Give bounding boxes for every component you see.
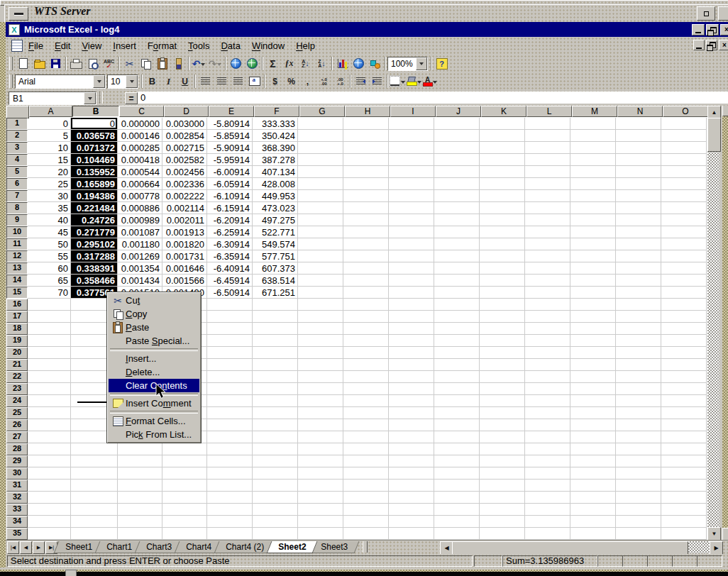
font-name-combo-dropdown-button[interactable] [93,75,105,88]
row-header-24[interactable]: 24 [6,395,28,407]
minimize-button[interactable] [692,24,705,35]
cell-N20[interactable] [616,347,661,359]
cell-E33[interactable] [207,504,253,516]
cell-E24[interactable] [207,395,253,407]
cell-G32[interactable] [298,492,343,504]
cell-C29[interactable] [118,455,162,467]
cell-D32[interactable] [162,492,207,504]
align-center-button[interactable] [214,74,230,89]
cell-M32[interactable] [570,492,616,504]
cell-L2[interactable] [525,130,570,142]
cell-G25[interactable] [298,407,343,419]
column-header-A[interactable]: A [29,106,72,117]
cell-D28[interactable] [162,443,207,455]
cell-E25[interactable] [207,407,253,419]
cell-G9[interactable] [298,214,343,226]
cell-F14[interactable]: 638.514 [253,275,298,287]
align-left-button[interactable] [197,74,214,89]
cell-K11[interactable] [480,238,525,250]
cell-J4[interactable] [434,154,480,166]
wts-restore-button[interactable] [697,6,715,21]
cell-M23[interactable] [570,383,616,395]
cell-N34[interactable] [616,516,661,528]
cell-M9[interactable] [570,214,616,226]
cell-J26[interactable] [434,419,480,431]
cell-D7[interactable]: 0.002222 [162,190,207,202]
cell-O25[interactable] [661,407,707,419]
workbook-restore-button[interactable] [706,40,717,50]
cell-J24[interactable] [434,395,480,407]
cell-N27[interactable] [616,431,661,443]
cell-L31[interactable] [525,480,570,492]
cell-J2[interactable] [434,130,480,142]
cell-O23[interactable] [661,383,707,395]
cell-D12[interactable]: 0.001731 [162,250,207,262]
cell-B2[interactable]: 0.036578 [71,130,118,142]
row-header-31[interactable]: 31 [6,480,28,492]
cell-O1[interactable] [661,118,707,130]
cell-O6[interactable] [661,178,707,190]
cell-D8[interactable]: 0.002114 [162,202,207,214]
underline-button[interactable]: U [177,74,193,89]
cell-O19[interactable] [661,335,707,347]
cell-A26[interactable] [28,419,71,431]
cell-F23[interactable] [253,383,298,395]
cell-F19[interactable] [253,335,298,347]
cell-L34[interactable] [525,516,570,528]
cell-B29[interactable] [71,455,118,467]
row-header-29[interactable]: 29 [6,455,28,467]
cell-K18[interactable] [480,323,525,335]
cell-M20[interactable] [570,347,616,359]
row-header-23[interactable]: 23 [6,383,28,395]
cell-G21[interactable] [298,359,343,371]
cell-M12[interactable] [570,250,616,262]
cell-L7[interactable] [525,190,570,202]
cell-K7[interactable] [480,190,525,202]
cell-L16[interactable] [525,299,570,311]
cell-C13[interactable]: 0.001354 [118,262,162,275]
cell-N24[interactable] [616,395,661,407]
cell-I4[interactable] [389,154,434,166]
cell-E20[interactable] [207,347,253,359]
insert-hyperlink-button[interactable] [228,56,244,71]
cell-O29[interactable] [661,455,707,467]
cell-M18[interactable] [570,323,616,335]
row-header-27[interactable]: 27 [6,431,28,443]
cell-I20[interactable] [389,347,434,359]
cell-A18[interactable] [28,323,71,335]
cell-K25[interactable] [480,407,525,419]
decrease-decimal-button[interactable] [332,74,348,89]
cell-A16[interactable] [28,299,71,311]
save-button[interactable] [48,56,64,71]
cell-C6[interactable]: 0.000664 [118,178,162,190]
cell-M27[interactable] [570,431,616,443]
row-header-21[interactable]: 21 [6,359,28,371]
cell-M11[interactable] [570,238,616,250]
cell-O31[interactable] [661,480,707,492]
cell-I3[interactable] [389,142,434,154]
cell-G13[interactable] [298,262,343,275]
row-header-1[interactable]: 1 [6,118,28,130]
cell-F22[interactable] [253,371,298,383]
row-header-13[interactable]: 13 [6,262,28,275]
cell-G27[interactable] [298,431,343,443]
cell-I9[interactable] [389,214,434,226]
cell-G28[interactable] [298,443,343,455]
cell-I12[interactable] [389,250,434,262]
menu-data[interactable]: Data [215,38,246,53]
cell-G6[interactable] [298,178,343,190]
cell-C32[interactable] [118,492,162,504]
cell-F4[interactable]: 387.278 [253,154,298,166]
sort-ascending-button[interactable] [297,56,314,71]
undo-button[interactable]: ↶ [191,56,207,71]
horizontal-scroll-track[interactable] [687,541,710,553]
column-header-B[interactable]: B [72,106,119,117]
cell-E2[interactable]: -5.85914 [207,130,253,142]
cell-F18[interactable] [253,323,298,335]
cell-N29[interactable] [616,455,661,467]
name-box-dropdown-button[interactable] [84,92,96,104]
cell-J17[interactable] [434,311,480,323]
toolbar-drag-handle[interactable] [9,57,13,70]
cell-O10[interactable] [661,226,707,238]
cell-I35[interactable] [389,528,434,540]
